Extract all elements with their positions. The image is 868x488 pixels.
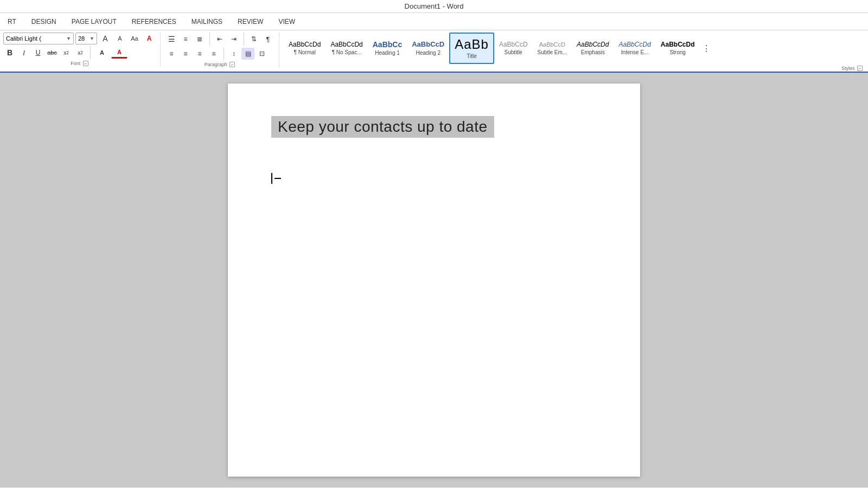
style-emphasis[interactable]: AaBbCcDd Emphasis xyxy=(572,33,614,64)
document-page[interactable]: Keep your contacts up to date xyxy=(228,84,640,477)
align-left-button[interactable]: ≡ xyxy=(165,48,178,60)
numbering-button[interactable]: ≡ xyxy=(179,33,192,45)
style-subtle-emphasis[interactable]: AaBbCcD Subtle Em... xyxy=(533,33,572,64)
align-center-button[interactable]: ≡ xyxy=(179,48,192,60)
font-grow-button[interactable]: A xyxy=(99,33,112,44)
menu-review[interactable]: REVIEW xyxy=(230,16,271,28)
cursor-line[interactable] xyxy=(271,170,597,187)
document-area[interactable]: Keep your contacts up to date xyxy=(0,73,868,487)
menu-page-layout[interactable]: PAGE LAYOUT xyxy=(64,16,124,28)
paragraph-group-label: Paragraph xyxy=(205,62,227,67)
menu-bar: RT DESIGN PAGE LAYOUT REFERENCES MAILING… xyxy=(0,13,868,30)
style-no-spacing[interactable]: AaBbCcDd ¶ No Spac... xyxy=(326,33,367,64)
document-title: Document1 - Word xyxy=(405,2,464,10)
styles-gallery: AaBbCcDd ¶ Normal AaBbCcDd ¶ No Spac... … xyxy=(284,33,772,64)
font-color-button[interactable]: A xyxy=(111,47,127,59)
clear-format-button[interactable]: A xyxy=(143,33,156,44)
styles-group-label: Styles xyxy=(841,66,855,71)
menu-mailings[interactable]: MAILINGS xyxy=(184,16,230,28)
multilevel-button[interactable]: ≣ xyxy=(193,33,206,45)
style-heading1[interactable]: AaBbCc Heading 1 xyxy=(368,33,407,64)
font-group-label: Font xyxy=(71,61,80,66)
superscript-button[interactable]: x2 xyxy=(74,47,87,59)
style-title[interactable]: AaBb Title xyxy=(449,33,494,64)
style-strong[interactable]: AaBbCcDd Strong xyxy=(656,33,700,64)
app-body: Keep your contacts up to date xyxy=(0,73,868,487)
italic-button[interactable]: I xyxy=(17,47,30,59)
font-shrink-button[interactable]: A xyxy=(113,33,126,44)
style-normal[interactable]: AaBbCcDd ¶ Normal xyxy=(284,33,326,64)
borders-button[interactable]: ⊡ xyxy=(256,48,269,60)
align-justify-button[interactable]: ≡ xyxy=(207,48,220,60)
menu-design[interactable]: DESIGN xyxy=(24,16,64,28)
subscript-button[interactable]: x2 xyxy=(60,47,73,59)
font-size-selector[interactable]: 28 ▼ xyxy=(75,33,97,44)
menu-references[interactable]: REFERENCES xyxy=(124,16,184,28)
sort-button[interactable]: ⇅ xyxy=(247,33,260,45)
bullets-button[interactable]: ☰ xyxy=(165,33,178,45)
ribbon: Calibri Light ( ▼ 28 ▼ A A Aa A B I U xyxy=(0,30,868,73)
line-spacing-button[interactable]: ↕ xyxy=(227,48,240,60)
style-more[interactable]: ⋮ xyxy=(699,33,713,64)
text-cursor xyxy=(271,173,272,184)
indent-decrease-button[interactable]: ⇤ xyxy=(213,33,226,45)
style-subtitle[interactable]: AaBbCcD Subtitle xyxy=(494,33,533,64)
document-heading[interactable]: Keep your contacts up to date xyxy=(271,116,494,138)
underline-button[interactable]: U xyxy=(31,47,44,59)
change-case-button[interactable]: Aa xyxy=(128,33,141,44)
styles-group-expand[interactable]: ⌐ xyxy=(857,66,863,71)
text-highlight-button[interactable]: A xyxy=(94,47,110,59)
show-marks-button[interactable]: ¶ xyxy=(261,33,275,45)
align-right-button[interactable]: ≡ xyxy=(193,48,206,60)
menu-insert[interactable]: RT xyxy=(0,16,24,28)
menu-view[interactable]: VIEW xyxy=(271,16,303,28)
paragraph-group-expand[interactable]: ⌐ xyxy=(229,62,235,67)
font-group-expand[interactable]: ⌐ xyxy=(83,61,88,66)
font-name-selector[interactable]: Calibri Light ( ▼ xyxy=(3,33,74,44)
cursor-mark xyxy=(275,178,281,179)
style-heading2[interactable]: AaBbCcD Heading 2 xyxy=(407,33,449,64)
style-intense-emphasis[interactable]: AaBbCcDd Intense E... xyxy=(614,33,655,64)
indent-increase-button[interactable]: ⇥ xyxy=(227,33,240,45)
title-bar: Document1 - Word xyxy=(0,0,868,13)
bold-button[interactable]: B xyxy=(3,47,16,59)
strikethrough-button[interactable]: abc xyxy=(46,47,59,59)
shading-button[interactable]: ▤ xyxy=(241,48,254,60)
